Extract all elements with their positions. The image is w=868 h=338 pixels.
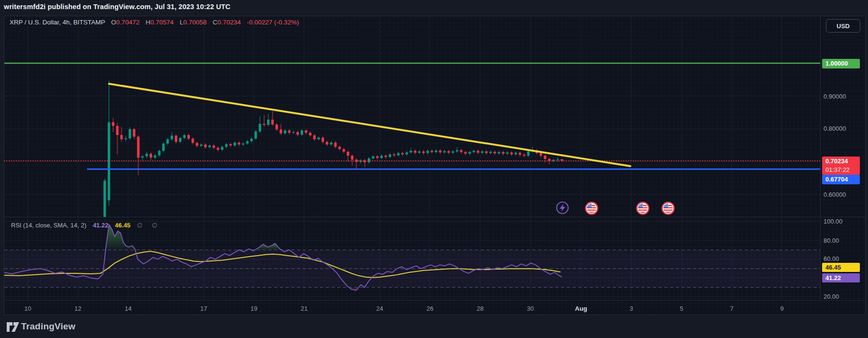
candlestick-series — [103, 80, 563, 237]
time-axis-tick: 5 — [680, 305, 683, 312]
time-axis-tick: 14 — [125, 305, 132, 312]
rsi-empty-values: ∅ ∅ — [137, 222, 161, 229]
tradingview-logo-icon[interactable] — [6, 322, 20, 332]
us-economic-event-icon[interactable] — [586, 203, 598, 214]
bar-countdown: 01:37:22 — [825, 166, 857, 174]
open-value: 0.70472 — [116, 19, 140, 26]
rsi-axis-label: 41.22 — [822, 273, 860, 282]
time-axis-tick: Aug — [575, 305, 587, 312]
us-economic-event-icon[interactable] — [662, 203, 674, 214]
price-axis-separator — [820, 16, 821, 300]
close-key: C — [213, 19, 218, 26]
time-axis-tick: 24 — [376, 305, 383, 312]
open-key: O — [111, 19, 116, 26]
price-chart-canvas[interactable] — [0, 0, 868, 338]
time-axis-tick: 10 — [24, 305, 31, 312]
change-value: -0.00227 (-0.32%) — [247, 19, 299, 26]
time-axis-tick: 9 — [780, 305, 783, 312]
symbol-legend: XRP / U.S. Dollar, 4h, BITSTAMP O0.70472… — [10, 19, 299, 26]
rsi-axis-label: 100.00 — [824, 218, 843, 225]
price-label-green-line: 1.00000 — [822, 59, 860, 68]
time-axis-tick: 3 — [629, 305, 633, 312]
high-value: 0.70574 — [150, 19, 174, 26]
idea-bolt-marker[interactable] — [557, 202, 568, 214]
pane-separator[interactable] — [4, 217, 866, 217]
tradingview-wordmark[interactable]: TradingView — [21, 321, 76, 332]
rsi-current-value: 41.22 — [93, 222, 109, 229]
time-axis-tick: 21 — [301, 305, 308, 312]
low-value: 0.70058 — [183, 19, 207, 26]
close-value: 0.70234 — [218, 19, 241, 26]
price-axis-label: 0.90000 — [824, 93, 846, 100]
time-axis-tick: 26 — [427, 305, 433, 312]
time-axis-tick: 19 — [251, 305, 257, 312]
time-axis-tick: 7 — [730, 305, 733, 312]
rsi-indicator-legend[interactable]: RSI (14, close, SMA, 14, 2) 41.22 46.45 … — [11, 222, 161, 229]
rsi-sma-axis-label: 46.45 — [822, 263, 860, 272]
time-axis-tick: 12 — [75, 305, 81, 312]
footer-bar: TradingView — [0, 315, 868, 338]
time-axis-tick: 17 — [200, 305, 207, 312]
rsi-axis-label: 60.00 — [824, 255, 839, 262]
last-price-label: 0.70234 01:37:22 — [822, 157, 860, 175]
time-axis-tick: 28 — [477, 305, 483, 312]
price-label-blue-line: 0.67704 — [822, 175, 860, 184]
currency-toggle-button[interactable]: USD — [826, 19, 860, 33]
rsi-legend-title: RSI (14, close, SMA, 14, 2) — [11, 222, 87, 229]
rsi-sma-value: 46.45 — [115, 222, 131, 229]
last-price-value: 0.70234 — [825, 157, 857, 166]
rsi-axis-label: 80.00 — [824, 237, 839, 244]
tradingview-snapshot: writersmfd2i published on TradingView.co… — [0, 0, 868, 338]
rsi-axis-label: 20.00 — [824, 293, 839, 300]
time-axis-separator — [4, 300, 866, 301]
price-axis-label: 0.80000 — [824, 125, 846, 132]
time-axis-tick: 30 — [527, 305, 534, 312]
us-economic-event-icon[interactable] — [637, 203, 649, 214]
price-axis-label: 0.60000 — [824, 191, 846, 198]
high-key: H — [145, 19, 150, 26]
symbol-title[interactable]: XRP / U.S. Dollar, 4h, BITSTAMP — [10, 19, 105, 26]
